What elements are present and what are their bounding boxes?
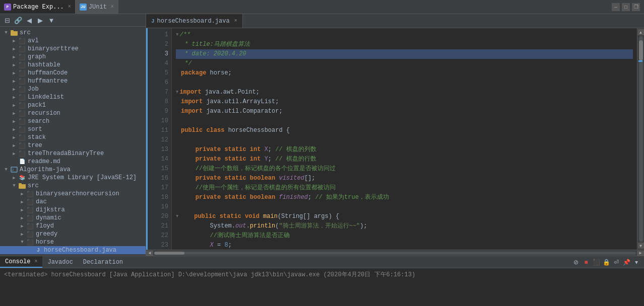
- folder-icon: [10, 29, 18, 36]
- tree-item-floyd[interactable]: ▶ ⬛ floyd: [0, 222, 146, 230]
- package-icon-greedy: ⬛: [26, 231, 34, 238]
- tree-item-graph[interactable]: ▶ ⬛ graph: [0, 53, 146, 61]
- console-menu-button[interactable]: ▾: [632, 258, 641, 267]
- scroll-track[interactable]: [639, 36, 643, 242]
- tree-item-jre[interactable]: ▶ 📚 JRE System Library [JavaSE-12]: [0, 174, 146, 182]
- fold-arrow-1[interactable]: ▼: [176, 30, 178, 40]
- line-num-14: 14: [148, 155, 168, 164]
- package-icon-job: ⬛: [18, 86, 26, 93]
- tree-item-stack[interactable]: ▶ ⬛ stack: [0, 133, 146, 141]
- tree-item-src-2[interactable]: ▼ src: [0, 182, 146, 190]
- console-stop-button[interactable]: ■: [582, 258, 591, 267]
- tab-junit-label: JUnit: [89, 4, 107, 11]
- editor-tab-horsechessboard[interactable]: J horseChessboard.java ×: [146, 14, 243, 28]
- tree-item-search[interactable]: ▶ ⬛ search: [0, 117, 146, 125]
- package-icon-graph: ⬛: [18, 53, 26, 60]
- view-menu-button[interactable]: ▼: [46, 15, 56, 25]
- tree-arrow: ▶: [10, 62, 18, 68]
- tree-item-recursion[interactable]: ▶ ⬛ recursion: [0, 109, 146, 117]
- console-tab-javadoc[interactable]: Javadoc: [42, 256, 78, 268]
- line-num-17: 17: [148, 183, 168, 193]
- console-tab-declaration[interactable]: Declaration: [78, 256, 128, 268]
- maximize-button[interactable]: □: [622, 3, 630, 11]
- console-terminate-button[interactable]: ⬛: [592, 258, 601, 267]
- tree-item-binarysorttree[interactable]: ▶ ⬛ binarysorttree: [0, 45, 146, 53]
- fold-arrow-7[interactable]: ▼: [176, 88, 178, 97]
- tree-item-hashtable[interactable]: ▶ ⬛ hashtable: [0, 61, 146, 69]
- tree-item-avl[interactable]: ▶ ⬛ avl: [0, 37, 146, 45]
- folder-open-icon-2: [18, 182, 26, 189]
- sidebar-toolbar: ⊟ 🔗 ◀ ▶ ▼: [0, 14, 146, 27]
- tree-label-graph: graph: [28, 53, 46, 60]
- tree-arrow: ▼: [10, 183, 18, 188]
- tree-item-horsechessboard[interactable]: ▶ J horseChessboard.java: [0, 246, 146, 254]
- tree-item-horse[interactable]: ▼ ⬛ horse: [0, 238, 146, 246]
- code-area[interactable]: ▼/** * title:马踏棋盘算法 * date: 2020.4.20 */…: [172, 28, 637, 250]
- tree-item-dynamic[interactable]: ▶ ⬛ dynamic: [0, 214, 146, 222]
- tree-item-algorithm-java[interactable]: ▼ J Algorithm-java: [0, 166, 146, 174]
- tree-label-tree: tree: [28, 142, 42, 149]
- console-tab-console[interactable]: Console ×: [0, 256, 42, 268]
- tree-item-greedy[interactable]: ▶ ⬛ greedy: [0, 230, 146, 238]
- right-scrollbar[interactable]: ▲ ▼: [637, 28, 644, 250]
- line-num-16: 16: [148, 174, 168, 183]
- tree-item-sort[interactable]: ▶ ⬛ sort: [0, 125, 146, 133]
- tab-package-explorer-label: Package Exp...: [13, 4, 64, 11]
- tree-item-src-1[interactable]: ▼ src: [0, 29, 146, 37]
- md-file-icon: 📄: [18, 158, 26, 165]
- tree-arrow: ▶: [10, 95, 18, 100]
- window-controls: – □ ❐: [612, 0, 644, 14]
- package-icon-tree: ⬛: [18, 142, 26, 149]
- tab-junit-close[interactable]: ×: [111, 4, 114, 10]
- code-line-14: private static int Y; // 棋盘的行数: [176, 155, 633, 164]
- scroll-down-button[interactable]: ▼: [638, 243, 644, 249]
- scroll-right-button[interactable]: ▶: [637, 251, 644, 256]
- console-word-wrap-button[interactable]: ⏎: [612, 258, 621, 267]
- link-with-editor-button[interactable]: 🔗: [13, 15, 23, 25]
- tree-label-treethreadbinarytree: treeThreadaBinaryTree: [28, 150, 104, 157]
- collapse-all-button[interactable]: ⊟: [2, 15, 12, 25]
- tree-item-huffmancode[interactable]: ▶ ⬛ huffmanCode: [0, 69, 146, 77]
- scroll-left-button[interactable]: ◀: [146, 251, 153, 256]
- tree-item-readme[interactable]: ▶ 📄 readme.md: [0, 158, 146, 166]
- code-line-17: //使用一个属性，标记是否棋盘的所有位置都被访问: [176, 183, 633, 193]
- console-clear-button[interactable]: ⊘: [571, 258, 581, 267]
- line-num-3: 3: [148, 49, 168, 59]
- tree-arrow: ▶: [10, 46, 18, 52]
- horizontal-scrollbar[interactable]: ◀ ▶: [146, 250, 644, 256]
- horizontal-scroll-thumb[interactable]: [154, 252, 184, 255]
- tab-package-explorer-close[interactable]: ×: [68, 4, 71, 10]
- tree-arrow: ▼: [2, 30, 10, 35]
- scroll-up-button[interactable]: ▲: [638, 29, 644, 35]
- back-button[interactable]: ◀: [24, 15, 34, 25]
- tree-item-treethreadbinarytree[interactable]: ▶ ⬛ treeThreadaBinaryTree: [0, 149, 146, 158]
- editor-tab-close[interactable]: ×: [234, 18, 237, 24]
- tree-item-pack1[interactable]: ▶ ⬛ pack1: [0, 101, 146, 109]
- tree-arrow: ▶: [18, 191, 26, 197]
- editor-area: J horseChessboard.java × 1 2 3 4 5 6 7 8…: [146, 14, 644, 256]
- minimize-button[interactable]: –: [612, 3, 620, 11]
- forward-button[interactable]: ▶: [35, 15, 45, 25]
- junit-icon: JU: [80, 4, 87, 11]
- console-content: <terminated> horseChessboard [Java Appli…: [0, 268, 644, 306]
- tree-item-huffmantree[interactable]: ▶ ⬛ huffmantree: [0, 77, 146, 85]
- package-icon-treethreadbinarytree: ⬛: [18, 150, 26, 157]
- console-tab-close-icon[interactable]: ×: [34, 259, 37, 264]
- scroll-thumb[interactable]: [639, 40, 643, 60]
- tab-package-explorer[interactable]: P Package Exp... ×: [0, 0, 76, 14]
- fold-arrow-20[interactable]: ▼: [176, 212, 178, 221]
- horizontal-scroll-track[interactable]: [154, 252, 636, 255]
- line-num-12: 12: [148, 135, 168, 145]
- console-pin-button[interactable]: 📌: [622, 258, 631, 267]
- tree-item-dijkstra[interactable]: ▶ ⬛ dijkstra: [0, 206, 146, 214]
- tree-item-job[interactable]: ▶ ⬛ Job: [0, 85, 146, 93]
- tree-item-binarysearchnorecursion[interactable]: ▶ ⬛ binarysearchnorecursion: [0, 190, 146, 198]
- tree-item-tree[interactable]: ▶ ⬛ tree: [0, 141, 146, 149]
- tab-junit[interactable]: JU JUnit ×: [76, 0, 118, 14]
- line-num-7: 7: [148, 88, 168, 97]
- restore-button[interactable]: ❐: [632, 3, 640, 11]
- tree-item-dac[interactable]: ▶ ⬛ dac: [0, 198, 146, 206]
- code-line-19: [176, 202, 633, 212]
- console-scroll-lock-button[interactable]: 🔒: [602, 258, 611, 267]
- tree-item-linkdelist[interactable]: ▶ ⬛ Linkdelist: [0, 93, 146, 101]
